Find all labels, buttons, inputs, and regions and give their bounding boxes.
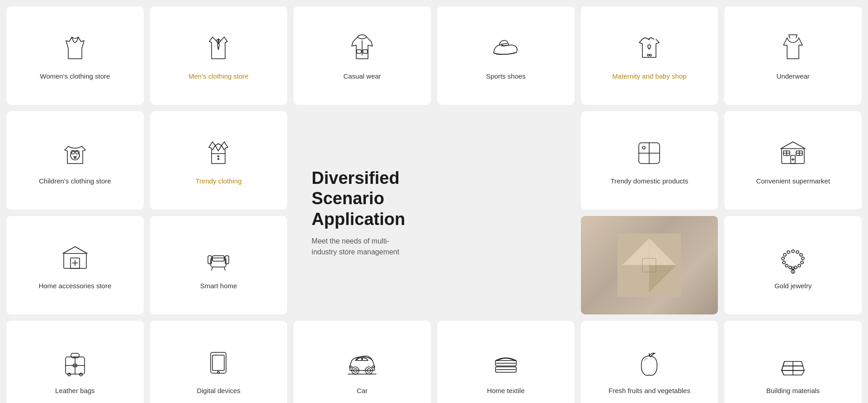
card-label: Children's clothing store — [39, 177, 111, 186]
main-grid: Women's clothing store Men's clothing st… — [0, 0, 868, 403]
svg-rect-33 — [211, 258, 226, 267]
svg-point-50 — [802, 257, 804, 260]
svg-rect-2 — [363, 50, 368, 53]
sports-shoes-icon — [488, 30, 524, 66]
svg-line-85 — [782, 370, 784, 375]
svg-point-18 — [642, 146, 645, 149]
image-fabric — [581, 216, 718, 314]
fresh-fruits-icon — [631, 345, 667, 381]
feature-card: Diversified Scenario Application Meet th… — [293, 111, 431, 314]
svg-line-87 — [782, 366, 783, 370]
feature-subtitle: Meet the needs of multi-industry store m… — [311, 236, 413, 258]
svg-point-59 — [783, 253, 786, 256]
casual-wear-icon — [344, 30, 380, 66]
svg-line-38 — [224, 267, 225, 270]
card-label: Sports shoes — [486, 72, 526, 81]
home-accessories-icon — [57, 240, 93, 276]
building-materials-icon — [775, 345, 811, 381]
card-digital-devices[interactable]: Digital devices — [150, 321, 288, 403]
childrens-clothing-icon — [57, 135, 93, 171]
fabric-image — [581, 216, 718, 314]
card-label: Trendy domestic products — [610, 177, 688, 186]
mens-clothing-icon — [200, 30, 236, 66]
svg-point-68 — [80, 373, 82, 376]
svg-point-14 — [218, 159, 219, 160]
svg-point-51 — [801, 261, 803, 264]
svg-rect-34 — [212, 256, 224, 261]
svg-point-67 — [68, 373, 71, 376]
svg-point-60 — [787, 251, 790, 253]
svg-rect-35 — [208, 256, 212, 264]
svg-point-48 — [796, 251, 799, 253]
card-casual-wear[interactable]: Casual wear — [293, 6, 431, 105]
svg-point-56 — [785, 264, 788, 267]
svg-point-5 — [647, 54, 649, 56]
card-fresh-fruits[interactable]: Fresh fruits and vegetables — [581, 321, 718, 403]
feature-title: Diversified Scenario Application — [311, 168, 413, 230]
maternity-baby-icon — [631, 30, 667, 66]
card-label: Women's clothing store — [40, 72, 110, 81]
svg-point-49 — [800, 253, 802, 256]
svg-line-37 — [212, 267, 212, 270]
gold-jewelry-icon — [775, 240, 811, 276]
card-label: Smart home — [200, 281, 237, 291]
card-womens-clothing[interactable]: Women's clothing store — [6, 6, 144, 105]
svg-point-53 — [794, 266, 797, 269]
card-gold-jewelry[interactable]: Gold jewelry — [724, 216, 862, 314]
card-leather-bags[interactable]: Leather bags — [6, 321, 144, 403]
card-home-textile[interactable]: Home textile — [437, 321, 575, 403]
womens-clothing-icon — [57, 30, 93, 66]
card-label: Underwear — [776, 72, 809, 81]
card-label: Trendy clothing — [195, 177, 241, 186]
card-car[interactable]: Car — [293, 321, 431, 403]
svg-point-52 — [798, 264, 801, 267]
car-icon — [344, 345, 380, 381]
svg-rect-71 — [212, 355, 224, 370]
card-label: Men's clothing store — [189, 72, 249, 81]
leather-bags-icon — [57, 345, 93, 381]
card-label: Car — [357, 386, 368, 395]
svg-rect-36 — [225, 256, 229, 264]
card-label: Maternity and baby shop — [612, 72, 686, 81]
svg-rect-1 — [357, 50, 361, 53]
card-home-accessories[interactable]: Home accessories store — [6, 216, 144, 314]
card-underwear[interactable]: Underwear — [724, 6, 862, 105]
smart-home-icon — [200, 240, 236, 276]
card-label: Fresh fruits and vegetables — [609, 386, 690, 395]
svg-point-47 — [792, 250, 794, 253]
svg-point-55 — [789, 266, 792, 269]
card-mens-clothing[interactable]: Men's clothing store — [150, 6, 288, 105]
svg-point-13 — [218, 156, 219, 157]
card-trendy-domestic[interactable]: Trendy domestic products — [581, 111, 718, 210]
card-childrens-clothing[interactable]: Children's clothing store — [6, 111, 144, 210]
card-label: Gold jewelry — [774, 281, 812, 291]
card-building-materials[interactable]: Building materials — [724, 321, 862, 403]
card-trendy-clothing[interactable]: Trendy clothing — [150, 111, 288, 210]
card-maternity-baby[interactable]: Maternity and baby shop — [581, 6, 718, 105]
card-label: Home textile — [487, 386, 524, 395]
svg-point-72 — [217, 371, 219, 373]
trendy-domestic-icon — [631, 135, 667, 171]
card-smart-home[interactable]: Smart home — [150, 216, 288, 314]
card-label: Leather bags — [55, 386, 95, 395]
card-label: Building materials — [766, 386, 820, 395]
card-label: Digital devices — [197, 386, 241, 395]
card-convenient-supermarket[interactable]: Convenient supermarket — [724, 111, 862, 210]
trendy-clothing-icon — [200, 135, 236, 171]
svg-line-3 — [501, 43, 507, 44]
home-textile-icon — [488, 345, 524, 381]
convenient-supermarket-icon — [775, 135, 811, 171]
svg-line-89 — [783, 361, 784, 366]
underwear-icon — [775, 30, 811, 66]
svg-point-58 — [782, 257, 784, 260]
svg-point-57 — [783, 261, 785, 264]
svg-point-6 — [650, 54, 651, 56]
card-label: Casual wear — [343, 72, 381, 81]
card-label: Convenient supermarket — [756, 177, 830, 186]
card-sports-shoes[interactable]: Sports shoes — [437, 6, 575, 105]
digital-devices-icon — [200, 345, 236, 381]
card-label: Home accessories store — [38, 281, 111, 291]
